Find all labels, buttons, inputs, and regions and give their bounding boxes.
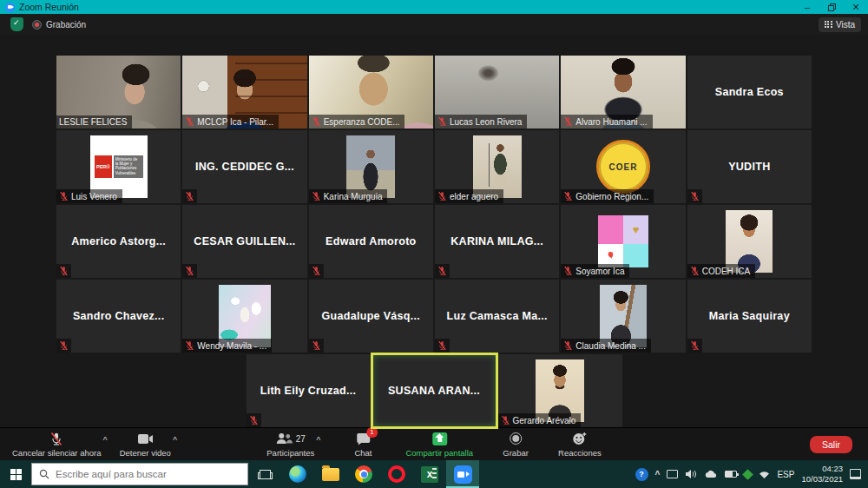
participant-tile[interactable]: YUDITH bbox=[687, 130, 812, 203]
share-screen-icon bbox=[432, 432, 447, 445]
muted-mic-icon bbox=[501, 415, 510, 425]
participant-name: KARINA MILAG... bbox=[435, 205, 559, 278]
zoom-app-icon bbox=[5, 3, 15, 12]
view-button[interactable]: Vista bbox=[819, 17, 861, 32]
unmute-button[interactable]: Cancelar silenciar ahora bbox=[12, 432, 101, 458]
participant-tile-active-speaker[interactable]: SUSANA ARAN... bbox=[372, 354, 496, 427]
chrome-icon bbox=[355, 465, 372, 483]
record-button[interactable]: Grabar bbox=[496, 432, 536, 458]
muted-mic-icon bbox=[563, 266, 573, 276]
meeting-toolbar: Cancelar silenciar ahora ^ Detener video… bbox=[0, 427, 868, 460]
taskbar-search[interactable] bbox=[31, 463, 248, 485]
participant-tile[interactable]: CODEH ICA bbox=[687, 205, 812, 278]
participant-tile[interactable]: Luz Camasca Ma... bbox=[435, 280, 559, 353]
participant-tile[interactable]: KARINA MILAG... bbox=[435, 205, 559, 278]
muted-mic-icon bbox=[49, 432, 63, 446]
muted-mic-icon bbox=[312, 116, 321, 127]
close-button[interactable]: ✕ bbox=[844, 0, 868, 14]
file-explorer-icon bbox=[322, 468, 339, 481]
task-view-button[interactable] bbox=[248, 460, 281, 488]
taskbar-clock[interactable]: 04:23 10/03/2021 bbox=[801, 464, 843, 485]
participant-name: YUDITH bbox=[687, 130, 812, 203]
mic-options-chevron[interactable]: ^ bbox=[102, 435, 107, 444]
record-label: Grabar bbox=[503, 448, 529, 458]
participant-tile[interactable]: Alvaro Huamani ... bbox=[561, 56, 685, 129]
taskbar-edge[interactable] bbox=[281, 460, 314, 488]
help-tray-icon[interactable]: ? bbox=[635, 468, 648, 481]
language-indicator[interactable]: ESP bbox=[777, 470, 794, 479]
coer-logo: COER bbox=[609, 162, 638, 172]
security-shield-icon[interactable] bbox=[10, 17, 23, 31]
minimize-button[interactable]: – bbox=[795, 0, 819, 14]
taskbar-file-explorer[interactable] bbox=[314, 460, 347, 488]
network-tray-icon[interactable] bbox=[759, 470, 770, 479]
onedrive-tray-icon[interactable] bbox=[704, 470, 718, 478]
search-icon bbox=[39, 469, 49, 479]
participant-tile[interactable]: ♥🎈 Soyamor Ica bbox=[561, 205, 685, 278]
participant-tile[interactable]: MCLCP Ica - Pilar... bbox=[182, 56, 306, 129]
participant-tile[interactable]: Claudia Medina ... bbox=[561, 280, 685, 353]
participant-tile[interactable]: Lucas Leon Rivera bbox=[435, 56, 559, 129]
participant-name: Lucas Leon Rivera bbox=[450, 117, 522, 127]
chat-label: Chat bbox=[354, 448, 372, 458]
chat-button[interactable]: 1 Chat bbox=[343, 432, 383, 458]
muted-mic-icon bbox=[185, 116, 194, 127]
muted-mic-icon bbox=[59, 340, 69, 351]
share-screen-button[interactable]: Compartir pantalla bbox=[405, 432, 473, 458]
participants-options-chevron[interactable]: ^ bbox=[316, 435, 320, 444]
peru-logo: PERÚ bbox=[95, 155, 112, 178]
participant-tile[interactable]: Wendy Mavila - ... bbox=[182, 280, 306, 353]
muted-mic-icon bbox=[185, 266, 194, 276]
volume-tray-icon[interactable] bbox=[685, 469, 697, 479]
participant-tile[interactable]: Karina Murguia bbox=[309, 130, 433, 203]
muted-mic-icon bbox=[690, 266, 700, 276]
stop-video-button[interactable]: Detener video bbox=[120, 432, 171, 458]
action-center-button[interactable] bbox=[850, 469, 861, 479]
search-input[interactable] bbox=[56, 469, 229, 479]
participant-tile[interactable]: Americo Astorg... bbox=[56, 205, 181, 278]
participant-tile[interactable]: Guadalupe Vásq... bbox=[309, 280, 433, 353]
battery-tray-icon[interactable] bbox=[725, 471, 737, 478]
muted-mic-icon bbox=[312, 340, 321, 351]
taskbar-excel[interactable]: x bbox=[413, 460, 446, 488]
view-button-label: Vista bbox=[836, 20, 855, 30]
leave-meeting-button[interactable]: Salir bbox=[810, 436, 852, 453]
zoom-icon bbox=[454, 465, 472, 484]
participant-name: Gobierno Region... bbox=[575, 192, 648, 201]
reactions-button[interactable]: Reacciones bbox=[558, 432, 602, 458]
taskbar-chrome[interactable] bbox=[347, 460, 380, 488]
participant-name: Maria Saquiray bbox=[687, 280, 812, 353]
participant-tile[interactable]: Sandro Chavez... bbox=[56, 280, 181, 353]
participant-tile[interactable]: Gerardo Arévalo bbox=[498, 354, 622, 427]
participant-tile[interactable]: Maria Saquiray bbox=[687, 280, 812, 353]
taskbar-zoom-active[interactable] bbox=[446, 460, 479, 488]
tray-expand-chevron[interactable]: ^ bbox=[655, 470, 661, 479]
participant-name: Americo Astorg... bbox=[56, 205, 181, 278]
participant-tile[interactable]: Edward Amoroto bbox=[309, 205, 433, 278]
participant-tile[interactable]: PERÚ Ministerio de la Mujer y Poblacione… bbox=[56, 130, 181, 203]
participant-tile[interactable]: COER Gobierno Region... bbox=[561, 130, 685, 203]
start-button[interactable] bbox=[0, 460, 31, 488]
participant-tile[interactable]: Sandra Ecos bbox=[687, 56, 812, 129]
video-options-chevron[interactable]: ^ bbox=[173, 435, 177, 444]
muted-mic-icon bbox=[690, 191, 700, 201]
participants-button[interactable]: 27 Participantes bbox=[266, 432, 314, 458]
antivirus-tray-icon[interactable] bbox=[744, 471, 752, 478]
taskbar-opera[interactable] bbox=[380, 460, 413, 488]
muted-mic-icon bbox=[563, 191, 573, 201]
participant-name: Wendy Mavila - ... bbox=[197, 341, 266, 351]
recording-label: Grabación bbox=[46, 20, 86, 30]
participant-tile[interactable]: Lith Eily Cruzad... bbox=[247, 354, 371, 427]
participant-tile[interactable]: elder aguero bbox=[435, 130, 559, 203]
muted-mic-icon bbox=[437, 266, 447, 276]
participant-tile[interactable]: ING. CEDIDEC G... bbox=[182, 130, 306, 203]
opera-icon bbox=[388, 465, 405, 483]
participant-tile[interactable]: CESAR GUILLEN... bbox=[182, 205, 306, 278]
muted-mic-icon bbox=[690, 340, 700, 351]
device-tray-icon[interactable] bbox=[667, 470, 678, 478]
participant-tile[interactable]: Esperanza CODE... bbox=[309, 56, 433, 129]
muted-mic-icon bbox=[59, 191, 69, 201]
restore-button[interactable] bbox=[819, 0, 844, 14]
participant-tile[interactable]: LESLIE FELICES bbox=[56, 56, 181, 129]
notification-icon bbox=[850, 469, 861, 479]
